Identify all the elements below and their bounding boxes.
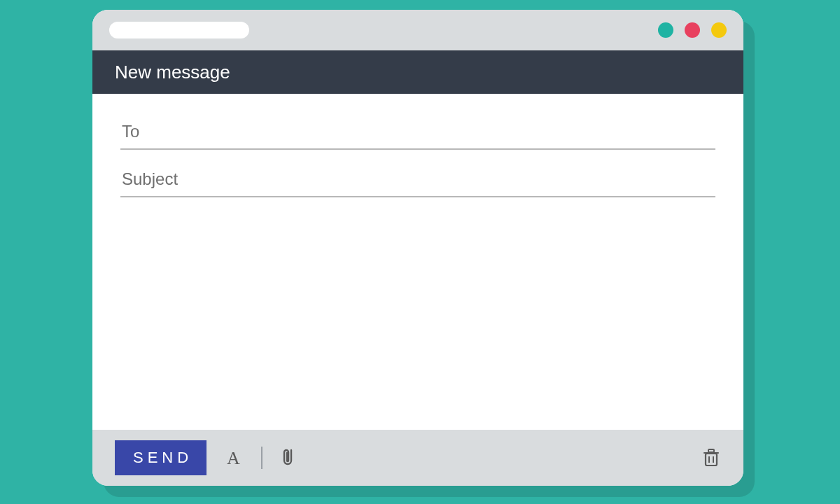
close-dot[interactable]	[685, 22, 700, 38]
svg-rect-1	[706, 454, 717, 465]
to-field[interactable]	[120, 115, 715, 150]
attachment-icon[interactable]	[281, 447, 296, 468]
compose-body	[92, 94, 743, 430]
compose-footer: SEND A	[92, 430, 743, 486]
svg-text:A: A	[227, 448, 240, 468]
message-body[interactable]	[120, 210, 715, 392]
subject-input[interactable]	[122, 169, 714, 189]
svg-rect-5	[708, 449, 714, 452]
text-format-icon[interactable]: A	[225, 447, 243, 468]
compose-header: New message	[92, 50, 743, 94]
minimize-dot[interactable]	[658, 22, 673, 38]
window-controls	[658, 22, 727, 38]
compose-window: New message SEND A	[92, 10, 743, 486]
maximize-dot[interactable]	[711, 22, 727, 38]
header-title: New message	[115, 62, 230, 83]
titlebar	[92, 10, 743, 50]
to-input[interactable]	[122, 122, 714, 141]
trash-icon[interactable]	[701, 447, 721, 468]
subject-field[interactable]	[120, 162, 715, 197]
send-button[interactable]: SEND	[115, 440, 206, 475]
toolbar-divider	[261, 447, 262, 469]
address-bar[interactable]	[109, 22, 249, 38]
